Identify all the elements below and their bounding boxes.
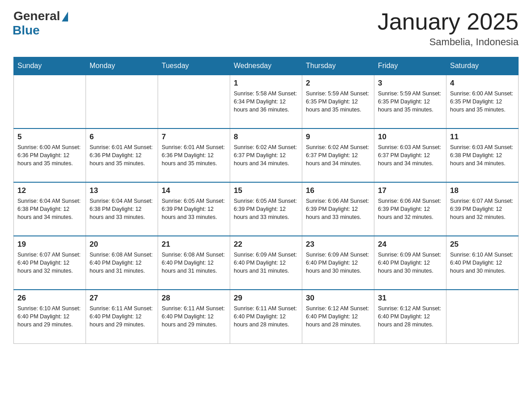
day-info: Sunrise: 5:59 AM Sunset: 6:35 PM Dayligh…	[378, 90, 442, 114]
day-info: Sunrise: 6:11 AM Sunset: 6:40 PM Dayligh…	[234, 304, 298, 329]
calendar-day-cell: 26Sunrise: 6:10 AM Sunset: 6:40 PM Dayli…	[14, 290, 86, 343]
day-of-week-header: Saturday	[446, 57, 519, 75]
calendar-day-cell	[446, 290, 519, 343]
day-number: 3	[378, 79, 442, 88]
day-number: 28	[162, 294, 226, 303]
day-info: Sunrise: 6:09 AM Sunset: 6:40 PM Dayligh…	[234, 251, 298, 275]
day-info: Sunrise: 5:58 AM Sunset: 6:34 PM Dayligh…	[234, 90, 298, 114]
day-info: Sunrise: 6:02 AM Sunset: 6:37 PM Dayligh…	[306, 143, 370, 167]
day-info: Sunrise: 6:10 AM Sunset: 6:40 PM Dayligh…	[450, 251, 515, 275]
day-info: Sunrise: 6:04 AM Sunset: 6:38 PM Dayligh…	[90, 197, 154, 221]
calendar-day-cell: 16Sunrise: 6:06 AM Sunset: 6:39 PM Dayli…	[302, 182, 374, 236]
day-number: 10	[378, 133, 442, 141]
day-info: Sunrise: 6:06 AM Sunset: 6:39 PM Dayligh…	[306, 197, 370, 221]
day-number: 18	[450, 186, 515, 195]
day-info: Sunrise: 6:05 AM Sunset: 6:39 PM Dayligh…	[162, 197, 226, 221]
calendar-day-cell	[158, 75, 230, 128]
day-info: Sunrise: 6:03 AM Sunset: 6:37 PM Dayligh…	[378, 143, 442, 167]
day-of-week-header: Wednesday	[230, 57, 302, 75]
day-number: 16	[306, 186, 370, 195]
day-number: 5	[17, 133, 82, 141]
day-of-week-header: Friday	[374, 57, 446, 75]
day-number: 8	[234, 133, 298, 141]
calendar-day-cell: 21Sunrise: 6:08 AM Sunset: 6:40 PM Dayli…	[158, 236, 230, 290]
day-number: 13	[90, 186, 154, 195]
day-number: 9	[306, 133, 370, 141]
day-info: Sunrise: 6:08 AM Sunset: 6:40 PM Dayligh…	[162, 251, 226, 275]
title-section: January 2025 Sambelia, Indonesia	[378, 9, 519, 48]
calendar-day-cell: 18Sunrise: 6:07 AM Sunset: 6:39 PM Dayli…	[446, 182, 519, 236]
day-info: Sunrise: 6:09 AM Sunset: 6:40 PM Dayligh…	[306, 251, 370, 275]
day-number: 27	[90, 294, 154, 303]
calendar-day-cell: 5Sunrise: 6:00 AM Sunset: 6:36 PM Daylig…	[14, 128, 86, 182]
day-info: Sunrise: 6:00 AM Sunset: 6:35 PM Dayligh…	[450, 90, 515, 114]
calendar-day-cell: 3Sunrise: 5:59 AM Sunset: 6:35 PM Daylig…	[374, 75, 446, 128]
calendar-week-row: 12Sunrise: 6:04 AM Sunset: 6:38 PM Dayli…	[14, 182, 519, 236]
day-number: 17	[378, 186, 442, 195]
calendar-week-row: 5Sunrise: 6:00 AM Sunset: 6:36 PM Daylig…	[14, 128, 519, 182]
calendar-day-cell: 23Sunrise: 6:09 AM Sunset: 6:40 PM Dayli…	[302, 236, 374, 290]
day-info: Sunrise: 6:03 AM Sunset: 6:38 PM Dayligh…	[450, 143, 515, 167]
calendar-day-cell	[14, 75, 86, 128]
calendar-week-row: 19Sunrise: 6:07 AM Sunset: 6:40 PM Dayli…	[14, 236, 519, 290]
day-info: Sunrise: 5:59 AM Sunset: 6:35 PM Dayligh…	[306, 90, 370, 114]
day-info: Sunrise: 6:04 AM Sunset: 6:38 PM Dayligh…	[17, 197, 82, 221]
day-info: Sunrise: 6:08 AM Sunset: 6:40 PM Dayligh…	[90, 251, 154, 275]
day-number: 7	[162, 133, 226, 141]
day-info: Sunrise: 6:11 AM Sunset: 6:40 PM Dayligh…	[90, 304, 154, 329]
day-number: 22	[234, 240, 298, 249]
day-info: Sunrise: 6:09 AM Sunset: 6:40 PM Dayligh…	[378, 251, 442, 275]
calendar-day-cell: 19Sunrise: 6:07 AM Sunset: 6:40 PM Dayli…	[14, 236, 86, 290]
day-number: 31	[378, 294, 442, 303]
calendar-day-cell: 4Sunrise: 6:00 AM Sunset: 6:35 PM Daylig…	[446, 75, 519, 128]
day-info: Sunrise: 6:01 AM Sunset: 6:36 PM Dayligh…	[90, 143, 154, 167]
day-info: Sunrise: 6:12 AM Sunset: 6:40 PM Dayligh…	[306, 304, 370, 329]
day-info: Sunrise: 6:12 AM Sunset: 6:40 PM Dayligh…	[378, 304, 442, 329]
page-header: General Blue January 2025 Sambelia, Indo…	[13, 9, 519, 48]
day-info: Sunrise: 6:02 AM Sunset: 6:37 PM Dayligh…	[234, 143, 298, 167]
day-of-week-header: Thursday	[302, 57, 374, 75]
day-number: 29	[234, 294, 298, 303]
calendar-day-cell: 30Sunrise: 6:12 AM Sunset: 6:40 PM Dayli…	[302, 290, 374, 343]
day-info: Sunrise: 6:01 AM Sunset: 6:36 PM Dayligh…	[162, 143, 226, 167]
calendar-day-cell: 25Sunrise: 6:10 AM Sunset: 6:40 PM Dayli…	[446, 236, 519, 290]
calendar-day-cell: 22Sunrise: 6:09 AM Sunset: 6:40 PM Dayli…	[230, 236, 302, 290]
calendar-day-cell: 27Sunrise: 6:11 AM Sunset: 6:40 PM Dayli…	[86, 290, 158, 343]
calendar-day-cell: 24Sunrise: 6:09 AM Sunset: 6:40 PM Dayli…	[374, 236, 446, 290]
calendar-day-cell: 8Sunrise: 6:02 AM Sunset: 6:37 PM Daylig…	[230, 128, 302, 182]
day-info: Sunrise: 6:05 AM Sunset: 6:39 PM Dayligh…	[234, 197, 298, 221]
day-number: 19	[17, 240, 82, 249]
calendar-day-cell: 10Sunrise: 6:03 AM Sunset: 6:37 PM Dayli…	[374, 128, 446, 182]
day-number: 11	[450, 133, 515, 141]
day-number: 25	[450, 240, 515, 249]
day-number: 4	[450, 79, 515, 88]
calendar-day-cell: 9Sunrise: 6:02 AM Sunset: 6:37 PM Daylig…	[302, 128, 374, 182]
calendar-day-cell: 12Sunrise: 6:04 AM Sunset: 6:38 PM Dayli…	[14, 182, 86, 236]
day-number: 14	[162, 186, 226, 195]
day-number: 23	[306, 240, 370, 249]
month-title: January 2025	[378, 9, 519, 34]
day-number: 15	[234, 186, 298, 195]
calendar-day-cell: 31Sunrise: 6:12 AM Sunset: 6:40 PM Dayli…	[374, 290, 446, 343]
day-number: 26	[17, 294, 82, 303]
day-info: Sunrise: 6:07 AM Sunset: 6:40 PM Dayligh…	[17, 251, 82, 275]
calendar-day-cell: 28Sunrise: 6:11 AM Sunset: 6:40 PM Dayli…	[158, 290, 230, 343]
day-number: 20	[90, 240, 154, 249]
calendar-day-cell: 17Sunrise: 6:06 AM Sunset: 6:39 PM Dayli…	[374, 182, 446, 236]
day-number: 1	[234, 79, 298, 88]
calendar-day-cell: 7Sunrise: 6:01 AM Sunset: 6:36 PM Daylig…	[158, 128, 230, 182]
calendar-day-cell: 15Sunrise: 6:05 AM Sunset: 6:39 PM Dayli…	[230, 182, 302, 236]
logo-general-text: General	[13, 9, 60, 23]
calendar-day-cell: 1Sunrise: 5:58 AM Sunset: 6:34 PM Daylig…	[230, 75, 302, 128]
calendar-week-row: 26Sunrise: 6:10 AM Sunset: 6:40 PM Dayli…	[14, 290, 519, 343]
location-label: Sambelia, Indonesia	[378, 36, 519, 48]
day-number: 30	[306, 294, 370, 303]
day-info: Sunrise: 6:06 AM Sunset: 6:39 PM Dayligh…	[378, 197, 442, 221]
logo-blue-text: Blue	[13, 23, 40, 38]
calendar-day-cell	[86, 75, 158, 128]
day-of-week-header: Tuesday	[158, 57, 230, 75]
day-number: 6	[90, 133, 154, 141]
calendar-day-cell: 6Sunrise: 6:01 AM Sunset: 6:36 PM Daylig…	[86, 128, 158, 182]
calendar-day-cell: 14Sunrise: 6:05 AM Sunset: 6:39 PM Dayli…	[158, 182, 230, 236]
calendar-week-row: 1Sunrise: 5:58 AM Sunset: 6:34 PM Daylig…	[14, 75, 519, 128]
